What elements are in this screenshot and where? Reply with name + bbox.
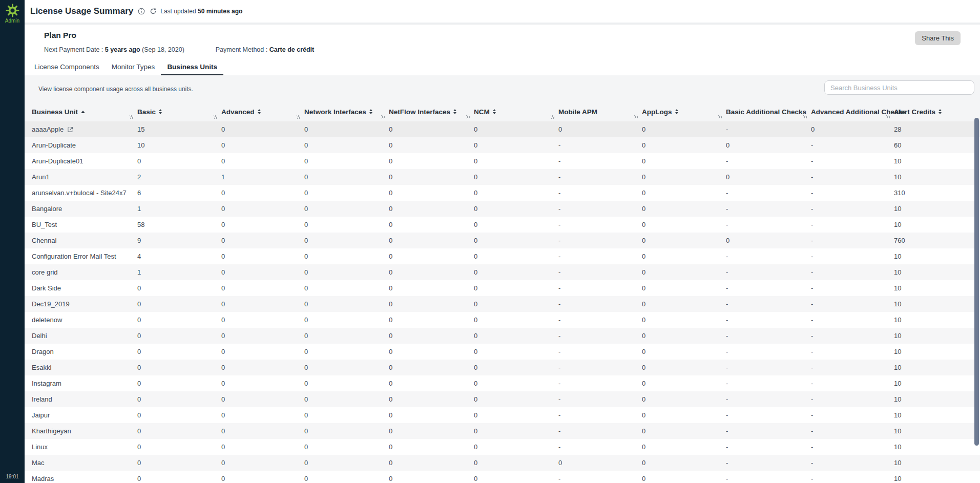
business-unit-name-cell[interactable]: Arun-Duplicate [32,141,137,149]
business-unit-name-cell[interactable]: Kharthigeyan [32,427,137,435]
value-cell: 0 [137,348,221,355]
business-unit-name-cell[interactable]: Dragon [32,348,137,355]
last-updated-value: 50 minutes ago [198,8,242,15]
business-unit-name-cell[interactable]: Dark Side [32,284,137,292]
business-unit-name-cell[interactable]: Arun1 [32,173,137,181]
sort-toggle-icon[interactable] [159,109,162,114]
search-input[interactable] [824,80,974,95]
column-resize-handle[interactable] [130,115,133,119]
table-row[interactable]: Dark Side00000-0--10 [25,280,980,296]
column-resize-handle[interactable] [803,115,807,119]
sort-toggle-icon[interactable] [258,109,261,114]
column-header-applogs[interactable]: AppLogs [642,108,726,116]
table-row[interactable]: Mac0000000--10 [25,455,980,471]
business-unit-name-cell[interactable]: arunselvan.v+bulocal - Site24x7 [32,189,137,197]
business-unit-name-cell[interactable]: Dec19_2019 [32,300,137,308]
value-cell: - [811,348,894,355]
column-header-netflow-interfaces[interactable]: NetFlow Interfaces [389,108,474,116]
value-cell: 0 [304,141,389,149]
vertical-scrollbar[interactable] [974,118,979,446]
business-unit-name-cell[interactable]: Bangalore [32,205,137,213]
column-header-advanced[interactable]: Advanced [221,108,304,116]
table-row[interactable]: Linux00000-0--10 [25,439,980,455]
sort-toggle-icon[interactable] [675,109,678,114]
business-unit-name-cell[interactable]: aaaaApple [32,125,137,133]
table-row[interactable]: Configuration Error Mail Test40000-0--10 [25,248,980,264]
value-cell: 60 [894,141,976,149]
column-header-mobile-apm[interactable]: Mobile APM [558,108,642,116]
refresh-icon[interactable] [150,8,157,15]
business-unit-name-cell[interactable]: Instagram [32,380,137,387]
column-header-business-unit[interactable]: Business Unit [32,108,137,116]
table-row[interactable]: Arun121000-00-10 [25,169,980,185]
value-cell: - [726,284,811,292]
table-row[interactable]: Dec19_201900000-0--10 [25,296,980,312]
sort-toggle-icon[interactable] [939,109,942,114]
table-row[interactable]: Ireland00000-0--10 [25,391,980,407]
business-unit-name-cell[interactable]: BU_Test [32,221,137,228]
table-row[interactable]: Bangalore10000-0--10 [25,201,980,217]
table-row[interactable]: Madras00000-0--10 [25,471,980,483]
column-resize-handle[interactable] [466,115,470,119]
table-row[interactable]: Kharthigeyan00000-0--10 [25,423,980,439]
tab-monitor-types[interactable]: Monitor Types [106,59,161,75]
tab-license-components[interactable]: License Components [28,59,106,75]
business-unit-name-cell[interactable]: Linux [32,443,137,451]
value-cell: 0 [137,443,221,451]
table-row[interactable]: Arun-Duplicate0100000-0--10 [25,153,980,169]
value-cell: 0 [304,443,389,451]
column-resize-handle[interactable] [381,115,385,119]
business-unit-name-cell[interactable]: Mac [32,459,137,467]
share-this-button[interactable]: Share This [915,31,961,45]
value-cell: 0 [304,237,389,244]
value-cell: 4 [137,253,221,260]
table-row[interactable]: aaaaApple15000000-028 [25,121,980,137]
column-resize-handle[interactable] [634,115,638,119]
sort-toggle-icon[interactable] [493,109,496,114]
table-row[interactable]: deletenow00000-0--10 [25,312,980,328]
table-row[interactable]: arunselvan.v+bulocal - Site24x760000-0--… [25,185,980,201]
value-cell: 10 [894,348,976,355]
table-row[interactable]: Dragon00000-0--10 [25,344,980,360]
column-resize-handle[interactable] [718,115,722,119]
business-unit-name-cell[interactable]: Chennai [32,237,137,244]
column-header-advanced-additional-checks[interactable]: Advanced Additional Checks [811,108,894,116]
business-unit-name-cell[interactable]: Ireland [32,395,137,403]
column-header-ncm[interactable]: NCM [474,108,558,116]
admin-gear-icon[interactable] [6,4,19,17]
table-row[interactable]: Arun-Duplicate100000-00-60 [25,137,980,153]
business-unit-name-cell[interactable]: Arun-Duplicate01 [32,157,137,165]
external-link-icon[interactable] [67,127,73,133]
column-header-basic[interactable]: Basic [137,108,221,116]
column-header-basic-additional-checks[interactable]: Basic Additional Checks [726,108,811,116]
tab-business-units[interactable]: Business Units [161,59,223,75]
column-header-network-interfaces[interactable]: Network Interfaces [304,108,389,116]
table-row[interactable]: BU_Test580000-0--10 [25,217,980,233]
business-unit-name-cell[interactable]: Jaipur [32,411,137,419]
column-resize-handle[interactable] [297,115,300,119]
business-unit-name-cell[interactable]: Madras [32,475,137,482]
info-icon[interactable] [138,8,145,15]
business-unit-name-cell[interactable]: Delhi [32,332,137,340]
value-cell: 10 [894,268,976,276]
value-cell: - [811,395,894,403]
sort-toggle-icon[interactable] [453,109,456,114]
business-unit-name-cell[interactable]: Esakki [32,364,137,371]
table-row[interactable]: core grid10000-0--10 [25,264,980,280]
sort-ascending-icon[interactable] [81,111,85,113]
business-unit-name-cell[interactable]: Configuration Error Mail Test [32,253,137,260]
table-row[interactable]: Esakki00000-0--10 [25,360,980,375]
column-resize-handle[interactable] [886,115,890,119]
value-cell: 0 [221,348,304,355]
column-resize-handle[interactable] [214,115,217,119]
business-unit-name-cell[interactable]: core grid [32,268,137,276]
table-row[interactable]: Jaipur00000-0--10 [25,407,980,423]
table-row[interactable]: Delhi00000-0--10 [25,328,980,344]
sort-toggle-icon[interactable] [369,109,372,114]
column-header-alert-credits[interactable]: Alert Credits [894,108,976,116]
business-unit-name-cell[interactable]: deletenow [32,316,137,324]
column-resize-handle[interactable] [551,115,554,119]
table-row[interactable]: Instagram00000-0--10 [25,375,980,391]
value-cell: 28 [894,125,976,133]
table-row[interactable]: Chennai90000-00-760 [25,233,980,248]
